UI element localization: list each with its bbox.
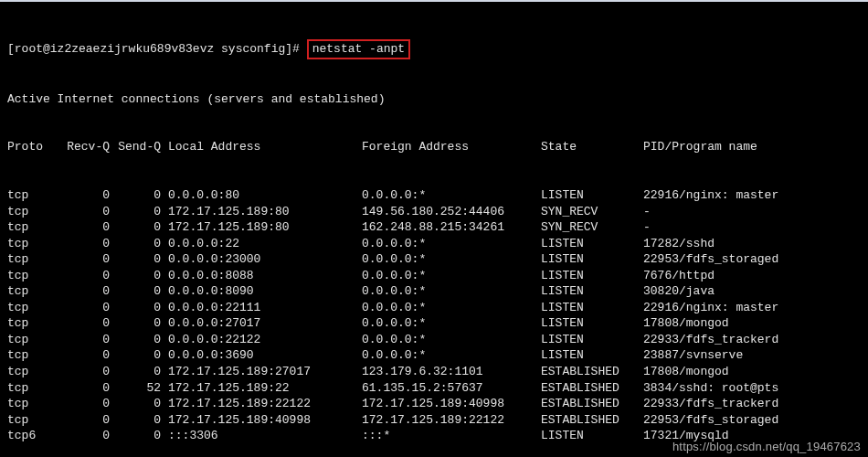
cell-pid: 22933/fdfs_trackerd <box>643 332 778 348</box>
cell-pid: 3834/sshd: root@pts <box>643 380 778 397</box>
cell-proto: tcp <box>7 300 58 316</box>
table-row: tcp000.0.0.0:230000.0.0.0:*LISTEN22953/f… <box>7 251 861 268</box>
col-local: Local Address <box>161 139 362 155</box>
cell-state: LISTEN <box>541 347 643 364</box>
table-row: tcp000.0.0.0:80880.0.0.0:*LISTEN7676/htt… <box>7 268 861 284</box>
cell-local: 172.17.125.189:27017 <box>161 364 362 380</box>
cell-pid: 22916/nginx: master <box>643 300 778 316</box>
cell-local: 172.17.125.189:22122 <box>161 396 362 412</box>
cell-sendq: 52 <box>110 380 161 397</box>
table-row: tcp000.0.0.0:220.0.0.0:*LISTEN17282/sshd <box>7 236 861 252</box>
cell-sendq: 0 <box>110 364 161 380</box>
cell-state: ESTABLISHED <box>541 396 643 412</box>
cell-pid: 7676/httpd <box>643 268 715 284</box>
cell-recvq: 0 <box>58 268 110 284</box>
cell-recvq: 0 <box>58 204 110 220</box>
cell-foreign: :::* <box>362 428 541 444</box>
cell-state: LISTEN <box>541 332 643 348</box>
cell-recvq: 0 <box>58 428 110 444</box>
cell-pid: 22953/fdfs_storaged <box>643 251 778 268</box>
cell-local: :::3306 <box>161 428 362 444</box>
cell-proto: tcp <box>7 364 58 380</box>
cell-proto: tcp <box>7 219 58 236</box>
col-state: State <box>541 139 643 155</box>
cell-sendq: 0 <box>110 219 161 236</box>
cell-foreign: 0.0.0.0:* <box>362 283 541 300</box>
cell-state: ESTABLISHED <box>541 364 643 380</box>
cell-recvq: 0 <box>58 396 110 412</box>
cell-sendq: 0 <box>110 428 161 444</box>
cell-recvq: 0 <box>58 364 110 380</box>
cell-sendq: 0 <box>110 347 161 364</box>
cell-sendq: 0 <box>110 332 161 348</box>
cell-local: 0.0.0.0:22111 <box>161 300 362 316</box>
cell-local: 172.17.125.189:80 <box>161 204 362 220</box>
cell-proto: tcp <box>7 412 58 429</box>
netstat-body: tcp000.0.0.0:800.0.0.0:*LISTEN22916/ngin… <box>7 187 861 444</box>
highlighted-command-netstat: netstat -anpt <box>307 39 410 59</box>
prompt-line-1: [root@iz2zeaezijrwku689v83evz sysconfig]… <box>7 39 861 59</box>
table-row: tcp000.0.0.0:221110.0.0.0:*LISTEN22916/n… <box>7 300 861 316</box>
netstat-header: ProtoRecv-QSend-QLocal AddressForeign Ad… <box>7 139 861 155</box>
cell-local: 0.0.0.0:3690 <box>161 347 362 364</box>
cell-local: 0.0.0.0:8088 <box>161 268 362 284</box>
cell-state: LISTEN <box>541 251 643 268</box>
cell-state: SYN_RECV <box>541 204 643 220</box>
table-row: tcp00172.17.125.189:27017123.179.6.32:11… <box>7 364 861 380</box>
table-row: tcp00172.17.125.189:80162.248.88.215:342… <box>7 219 861 236</box>
cell-proto: tcp <box>7 380 58 397</box>
terminal-output[interactable]: [root@iz2zeaezijrwku689v83evz sysconfig]… <box>0 2 868 457</box>
cell-foreign: 123.179.6.32:1101 <box>362 364 541 380</box>
col-sendq: Send-Q <box>110 139 161 155</box>
cell-state: ESTABLISHED <box>541 380 643 397</box>
cell-state: SYN_RECV <box>541 219 643 236</box>
cell-proto: tcp <box>7 251 58 268</box>
cell-pid: 22953/fdfs_storaged <box>643 412 778 429</box>
cell-sendq: 0 <box>110 300 161 316</box>
cell-foreign: 61.135.15.2:57637 <box>362 380 541 397</box>
cell-proto: tcp <box>7 347 58 364</box>
cell-recvq: 0 <box>58 347 110 364</box>
cell-pid: 23887/svnserve <box>643 347 743 364</box>
cell-foreign: 0.0.0.0:* <box>362 268 541 284</box>
cell-sendq: 0 <box>110 268 161 284</box>
table-row: tcp000.0.0.0:80900.0.0.0:*LISTEN30820/ja… <box>7 283 861 300</box>
cell-foreign: 0.0.0.0:* <box>362 236 541 252</box>
cell-sendq: 0 <box>110 396 161 412</box>
cell-local: 0.0.0.0:80 <box>161 187 362 204</box>
cell-recvq: 0 <box>58 187 110 204</box>
col-recvq: Recv-Q <box>58 139 110 155</box>
cell-recvq: 0 <box>58 300 110 316</box>
cell-pid: - <box>643 204 651 220</box>
cell-sendq: 0 <box>110 204 161 220</box>
cell-foreign: 0.0.0.0:* <box>362 315 541 332</box>
cell-pid: 17282/sshd <box>643 236 715 252</box>
cell-state: LISTEN <box>541 268 643 284</box>
cell-recvq: 0 <box>58 332 110 348</box>
cell-state: LISTEN <box>541 300 643 316</box>
cell-foreign: 162.248.88.215:34261 <box>362 219 541 236</box>
cell-proto: tcp <box>7 187 58 204</box>
cell-sendq: 0 <box>110 283 161 300</box>
col-pid: PID/Program name <box>643 139 757 155</box>
cell-proto: tcp <box>7 332 58 348</box>
table-row: tcp00172.17.125.189:40998172.17.125.189:… <box>7 412 861 429</box>
cell-foreign: 0.0.0.0:* <box>362 187 541 204</box>
col-foreign: Foreign Address <box>362 139 541 155</box>
table-row: tcp000.0.0.0:800.0.0.0:*LISTEN22916/ngin… <box>7 187 861 204</box>
cell-pid: - <box>643 219 651 236</box>
cell-pid: 17808/mongod <box>643 315 729 332</box>
cell-local: 0.0.0.0:27017 <box>161 315 362 332</box>
cell-foreign: 0.0.0.0:* <box>362 347 541 364</box>
cell-foreign: 172.17.125.189:22122 <box>362 412 541 429</box>
table-row: tcp00172.17.125.189:80149.56.180.252:444… <box>7 204 861 220</box>
cell-proto: tcp <box>7 268 58 284</box>
cell-sendq: 0 <box>110 251 161 268</box>
table-row: tcp000.0.0.0:221220.0.0.0:*LISTEN22933/f… <box>7 332 861 348</box>
cell-state: LISTEN <box>541 428 643 444</box>
cell-local: 172.17.125.189:40998 <box>161 412 362 429</box>
cell-foreign: 149.56.180.252:44406 <box>362 204 541 220</box>
cell-sendq: 0 <box>110 315 161 332</box>
cell-pid: 22916/nginx: master <box>643 187 778 204</box>
cell-proto: tcp <box>7 315 58 332</box>
